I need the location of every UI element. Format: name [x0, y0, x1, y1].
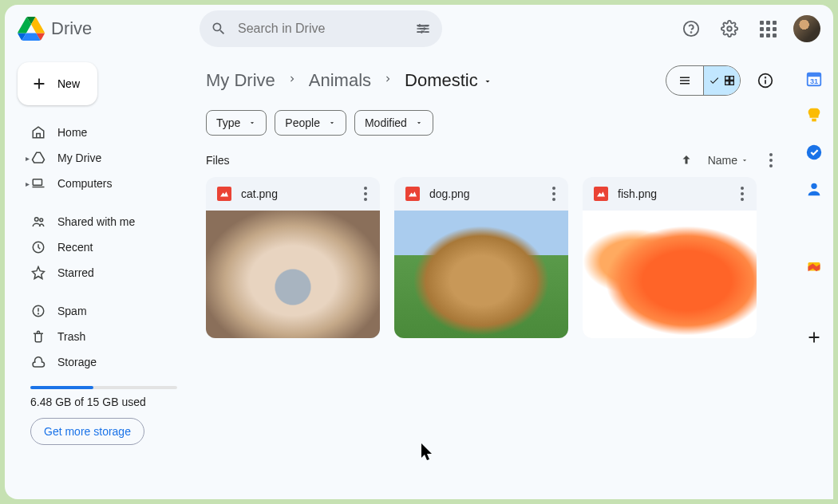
account-avatar[interactable]: [793, 15, 820, 42]
search-bar[interactable]: [200, 10, 442, 47]
starred-icon: [30, 266, 46, 280]
app-name: Drive: [51, 18, 92, 39]
svg-point-8: [40, 219, 43, 222]
main-content: My Drive Animals Domestic Type People Mo…: [196, 53, 795, 499]
shared-icon: [30, 215, 46, 229]
expand-caret-icon[interactable]: ▸: [26, 154, 30, 163]
file-thumbnail: [583, 211, 757, 338]
apps-icon[interactable]: [752, 13, 784, 45]
computers-icon: [30, 176, 46, 191]
help-icon[interactable]: [675, 13, 707, 45]
spam-icon: [30, 304, 46, 318]
search-options-icon[interactable]: [415, 21, 431, 37]
svg-rect-14: [725, 81, 729, 85]
svg-text:31: 31: [810, 77, 818, 85]
logo-area[interactable]: Drive: [18, 17, 193, 41]
sidebar-item-mydrive[interactable]: ▸ My Drive: [14, 145, 184, 171]
chevron-right-icon: [287, 73, 298, 88]
sidebar-item-trash[interactable]: Trash: [14, 324, 184, 349]
sidebar-item-label: Home: [57, 126, 87, 139]
file-thumbnail: [394, 211, 568, 338]
sidebar-item-recent[interactable]: Recent: [14, 234, 184, 260]
sort-direction-icon[interactable]: [679, 153, 694, 167]
sidebar-item-label: Trash: [57, 330, 85, 343]
svg-rect-19: [808, 73, 821, 77]
contacts-icon[interactable]: [805, 180, 823, 198]
file-card[interactable]: cat.png: [206, 177, 380, 338]
sidebar-item-label: Storage: [57, 356, 97, 368]
tasks-icon[interactable]: [805, 144, 823, 161]
expand-caret-icon[interactable]: ▸: [26, 179, 30, 188]
breadcrumb-item[interactable]: Animals: [309, 70, 371, 91]
filter-people[interactable]: People: [275, 110, 346, 136]
svg-rect-13: [729, 77, 733, 81]
filter-type[interactable]: Type: [206, 110, 267, 136]
file-card[interactable]: fish.png: [583, 177, 757, 338]
plus-icon: [30, 75, 48, 93]
dropdown-caret-icon: [483, 77, 492, 86]
search-icon: [211, 21, 227, 37]
svg-point-17: [765, 77, 766, 78]
svg-point-7: [35, 218, 39, 222]
drive-icon: [30, 151, 46, 165]
file-more-icon[interactable]: [358, 187, 374, 201]
sidebar-item-label: My Drive: [57, 152, 101, 164]
view-toggle: [666, 65, 741, 96]
sidebar-item-starred[interactable]: Starred: [14, 260, 184, 285]
svg-rect-12: [725, 77, 729, 81]
more-options-icon[interactable]: [763, 153, 779, 167]
check-icon: [709, 75, 720, 86]
file-thumbnail: [206, 211, 380, 338]
header: Drive: [5, 5, 833, 53]
keep-icon[interactable]: [805, 107, 823, 124]
new-button-label: New: [57, 77, 80, 90]
breadcrumb-item[interactable]: My Drive: [206, 70, 275, 91]
svg-point-23: [811, 183, 816, 189]
maps-icon[interactable]: [804, 260, 824, 274]
sidebar-item-label: Recent: [57, 241, 93, 254]
filters-row: Type People Modified: [206, 110, 779, 136]
sidebar: New Home ▸ My Drive ▸ Computers Shared w…: [5, 53, 196, 499]
file-card[interactable]: dog.png: [394, 177, 568, 338]
file-name: cat.png: [241, 187, 348, 200]
file-more-icon[interactable]: [734, 187, 750, 201]
file-name: dog.png: [429, 187, 536, 200]
sidebar-item-label: Shared with me: [57, 215, 135, 228]
sidebar-item-home[interactable]: Home: [14, 120, 184, 145]
sidebar-item-shared[interactable]: Shared with me: [14, 209, 184, 234]
sidebar-item-storage[interactable]: Storage: [14, 349, 184, 375]
settings-icon[interactable]: [713, 13, 745, 45]
chevron-right-icon: [382, 73, 393, 88]
dropdown-caret-icon: [328, 119, 336, 127]
new-button[interactable]: New: [18, 62, 97, 105]
dropdown-caret-icon: [248, 119, 256, 127]
sidebar-item-label: Starred: [57, 266, 94, 279]
add-panel-icon[interactable]: [805, 329, 823, 346]
grid-view-button[interactable]: [703, 66, 740, 95]
storage-bar-fill: [30, 386, 93, 389]
sidebar-item-spam[interactable]: Spam: [14, 298, 184, 324]
dropdown-caret-icon: [741, 156, 749, 164]
files-grid: cat.png dog.png fish.p: [206, 177, 779, 338]
breadcrumb-row: My Drive Animals Domestic: [206, 65, 779, 96]
filter-modified[interactable]: Modified: [354, 110, 433, 136]
list-view-button[interactable]: [666, 66, 703, 95]
drive-logo-icon: [18, 17, 45, 41]
info-icon[interactable]: [752, 67, 779, 94]
recent-icon: [30, 240, 46, 254]
svg-point-5: [727, 26, 732, 31]
home-icon: [30, 125, 46, 140]
section-label: Files: [206, 154, 230, 167]
calendar-icon[interactable]: 31: [805, 70, 823, 88]
sort-by-name[interactable]: Name: [708, 154, 749, 167]
search-input[interactable]: [238, 22, 404, 36]
file-more-icon[interactable]: [546, 187, 562, 201]
svg-point-11: [38, 313, 39, 314]
image-file-icon: [594, 187, 608, 201]
breadcrumb-current[interactable]: Domestic: [405, 70, 492, 91]
trash-icon: [30, 329, 46, 344]
get-more-storage-button[interactable]: Get more storage: [30, 418, 144, 445]
file-name: fish.png: [618, 187, 725, 200]
svg-point-22: [807, 145, 821, 159]
sidebar-item-computers[interactable]: ▸ Computers: [14, 171, 184, 196]
